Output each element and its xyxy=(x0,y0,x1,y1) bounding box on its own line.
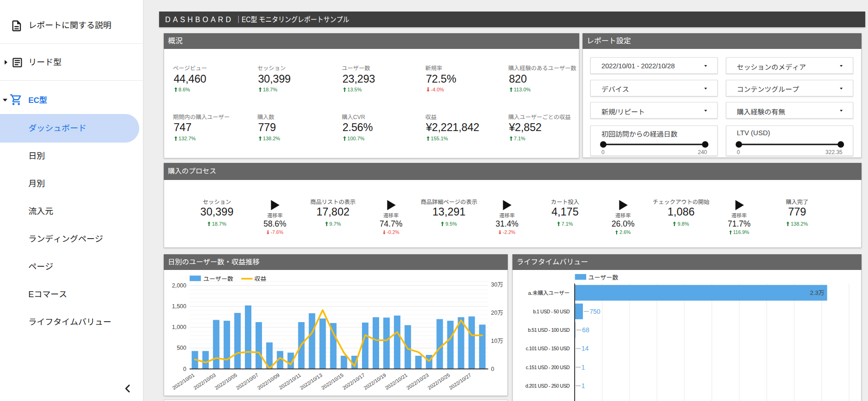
svg-text:10万: 10万 xyxy=(491,337,503,344)
svg-text:a.未購入ユーザー: a.未購入ユーザー xyxy=(528,290,570,295)
svg-text:d.201 USD - 250 USD: d.201 USD - 250 USD xyxy=(525,383,570,389)
svg-text:500: 500 xyxy=(177,345,186,351)
svg-text:ユーザー数: ユーザー数 xyxy=(589,274,618,281)
svg-text:2.3万: 2.3万 xyxy=(810,289,824,296)
svg-text:b.1 USD - 50 USD: b.1 USD - 50 USD xyxy=(533,308,570,314)
svg-text:750: 750 xyxy=(589,307,600,315)
svg-text:0: 0 xyxy=(183,365,186,372)
svg-text:2022/10/07: 2022/10/07 xyxy=(235,372,260,390)
svg-text:2022/10/05: 2022/10/05 xyxy=(214,372,238,390)
svg-text:c.101 USD - 150 USD: c.101 USD - 150 USD xyxy=(526,346,570,351)
svg-text:30万: 30万 xyxy=(491,281,503,288)
svg-text:2,000: 2,000 xyxy=(172,282,186,288)
svg-text:2022/10/11: 2022/10/11 xyxy=(278,372,302,390)
svg-text:2022/10/13: 2022/10/13 xyxy=(299,372,323,390)
svg-text:2022/10/03: 2022/10/03 xyxy=(192,372,217,390)
svg-text:2022/10/09: 2022/10/09 xyxy=(256,372,281,390)
svg-text:2022/10/21: 2022/10/21 xyxy=(384,372,409,390)
svg-text:c.151 USD - 200 USD: c.151 USD - 200 USD xyxy=(526,364,570,370)
svg-text:2022/10/01: 2022/10/01 xyxy=(171,372,196,390)
svg-text:2022/10/23: 2022/10/23 xyxy=(405,372,430,390)
svg-text:2022/10/25: 2022/10/25 xyxy=(427,372,451,390)
svg-text:b.51 USD - 100 USD: b.51 USD - 100 USD xyxy=(528,327,570,333)
svg-text:14: 14 xyxy=(582,345,589,352)
svg-text:1: 1 xyxy=(582,363,585,371)
svg-text:1: 1 xyxy=(582,382,585,389)
svg-text:1,000: 1,000 xyxy=(172,324,186,330)
svg-text:2022/10/19: 2022/10/19 xyxy=(363,372,387,390)
svg-text:2022/10/17: 2022/10/17 xyxy=(341,372,366,390)
svg-text:20万: 20万 xyxy=(491,310,503,316)
svg-text:2022/10/27: 2022/10/27 xyxy=(448,372,472,390)
svg-text:0: 0 xyxy=(491,365,494,372)
svg-text:1,500: 1,500 xyxy=(172,303,186,309)
svg-text:68: 68 xyxy=(582,326,589,334)
svg-text:2022/10/15: 2022/10/15 xyxy=(320,372,345,390)
